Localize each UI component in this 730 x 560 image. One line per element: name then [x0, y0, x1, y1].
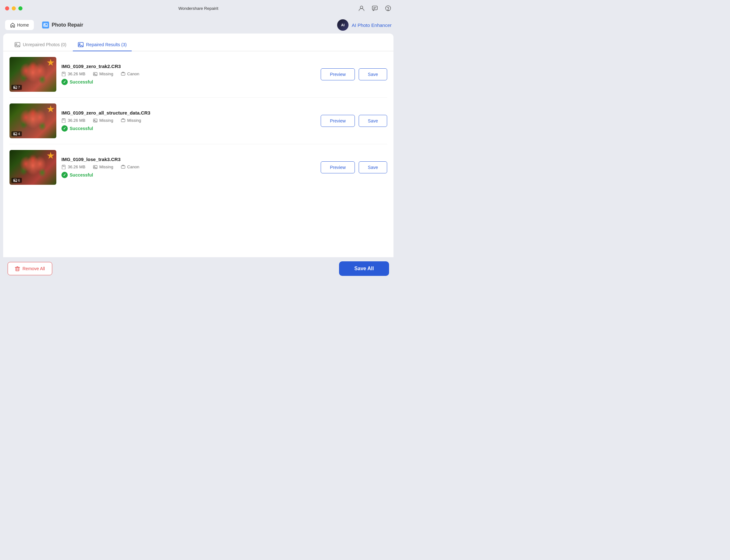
traffic-lights — [5, 6, 22, 10]
preview-button[interactable]: Preview — [321, 161, 355, 173]
svg-rect-23 — [122, 119, 124, 119]
thumbnail-count: 7 — [11, 85, 22, 90]
thumbnail-wrap: 6 — [9, 150, 56, 185]
svg-point-25 — [14, 180, 15, 181]
file-meta: 36.26 MB Missing Canon — [61, 72, 315, 76]
ai-enhancer-label: AI Photo Enhancer — [352, 22, 392, 28]
file-status: ✓ Successful — [61, 79, 315, 85]
file-meta: 36.26 MB Missing Missing — [61, 118, 315, 123]
thumbnail-wrap: 7 — [9, 57, 56, 92]
home-label: Home — [17, 22, 29, 28]
svg-rect-31 — [16, 267, 19, 271]
file-info: IMG_0109_zero_trak2.CR3 36.26 MB Miss — [61, 64, 315, 85]
svg-rect-30 — [122, 165, 124, 166]
svg-point-3 — [388, 10, 389, 10]
file-field2: Missing — [121, 118, 141, 123]
file-item: 4 IMG_0109_zero_all_structure_data.CR3 3… — [9, 98, 387, 144]
main-content: Unrepaired Photos (0) Repaired Results (… — [3, 34, 394, 257]
file-status: ✓ Successful — [61, 125, 315, 132]
title-bar: Wondershare Repairit — [0, 0, 397, 16]
account-icon[interactable] — [358, 5, 365, 12]
status-check-icon: ✓ — [61, 125, 68, 132]
file-field2: Canon — [121, 165, 139, 169]
svg-rect-12 — [62, 72, 65, 76]
svg-point-7 — [16, 44, 17, 45]
svg-rect-1 — [372, 6, 378, 10]
file-size: 36.26 MB — [61, 118, 85, 123]
svg-point-9 — [79, 44, 80, 45]
status-check-icon: ✓ — [61, 79, 68, 85]
bottom-bar: Remove All Save All — [0, 257, 397, 280]
svg-rect-16 — [122, 72, 124, 73]
thumbnail-count: 4 — [11, 131, 22, 136]
file-meta: 36.26 MB Missing Canon — [61, 165, 315, 169]
svg-rect-26 — [62, 165, 65, 169]
svg-rect-15 — [121, 73, 125, 75]
file-field1: Missing — [93, 118, 113, 123]
file-name: IMG_0109_zero_trak2.CR3 — [61, 64, 315, 69]
remove-all-label: Remove All — [22, 266, 45, 271]
remove-all-button[interactable]: Remove All — [8, 262, 52, 275]
file-size: 36.26 MB — [61, 72, 85, 76]
title-bar-actions — [358, 5, 392, 12]
photo-repair-icon — [42, 22, 49, 28]
window-title: Wondershare Repairit — [178, 6, 218, 11]
nav-bar: Home Photo Repair AI AI Photo Enhancer — [0, 16, 397, 34]
thumbnail-wrap: 4 — [9, 103, 56, 138]
tab-repaired[interactable]: Repaired Results (3) — [73, 39, 132, 51]
support-icon[interactable] — [385, 5, 392, 12]
svg-point-0 — [360, 6, 363, 9]
svg-rect-22 — [121, 119, 125, 122]
home-nav-button[interactable]: Home — [5, 20, 34, 30]
status-check-icon: ✓ — [61, 172, 68, 178]
file-actions: Preview Save — [321, 161, 387, 173]
photo-repair-nav[interactable]: Photo Repair — [37, 19, 88, 31]
maximize-button[interactable] — [18, 6, 22, 10]
file-info: IMG_0109_zero_all_structure_data.CR3 36.… — [61, 110, 315, 132]
close-button[interactable] — [5, 6, 9, 10]
file-field1: Missing — [93, 72, 113, 76]
file-name: IMG_0109_zero_all_structure_data.CR3 — [61, 110, 315, 115]
tabs: Unrepaired Photos (0) Repaired Results (… — [3, 34, 394, 51]
minimize-button[interactable] — [12, 6, 16, 10]
tab-unrepaired[interactable]: Unrepaired Photos (0) — [9, 39, 72, 51]
ai-enhancer-nav[interactable]: AI AI Photo Enhancer — [337, 19, 392, 31]
svg-rect-29 — [121, 166, 125, 168]
save-button[interactable]: Save — [359, 68, 387, 80]
photo-repair-label: Photo Repair — [52, 22, 83, 28]
file-item: 6 IMG_0109_lose_trak3.CR3 36.26 MB — [9, 144, 387, 190]
file-list: 7 IMG_0109_zero_trak2.CR3 36.26 MB — [3, 51, 394, 257]
file-item: 7 IMG_0109_zero_trak2.CR3 36.26 MB — [9, 51, 387, 98]
chat-icon[interactable] — [371, 5, 378, 12]
thumbnail-count: 6 — [11, 178, 22, 183]
save-all-button[interactable]: Save All — [339, 261, 389, 276]
save-all-label: Save All — [354, 266, 374, 271]
preview-button[interactable]: Preview — [321, 68, 355, 80]
save-button[interactable]: Save — [359, 115, 387, 127]
svg-point-11 — [14, 87, 15, 88]
save-button[interactable]: Save — [359, 161, 387, 173]
file-field1: Missing — [93, 165, 113, 169]
svg-point-18 — [14, 134, 15, 134]
svg-rect-19 — [62, 119, 65, 123]
file-actions: Preview Save — [321, 68, 387, 80]
file-size: 36.26 MB — [61, 165, 85, 169]
ai-icon: AI — [337, 19, 348, 31]
file-name: IMG_0109_lose_trak3.CR3 — [61, 157, 315, 162]
file-info: IMG_0109_lose_trak3.CR3 36.26 MB Miss — [61, 157, 315, 178]
file-field2: Canon — [121, 72, 139, 76]
preview-button[interactable]: Preview — [321, 115, 355, 127]
file-actions: Preview Save — [321, 115, 387, 127]
file-status: ✓ Successful — [61, 172, 315, 178]
